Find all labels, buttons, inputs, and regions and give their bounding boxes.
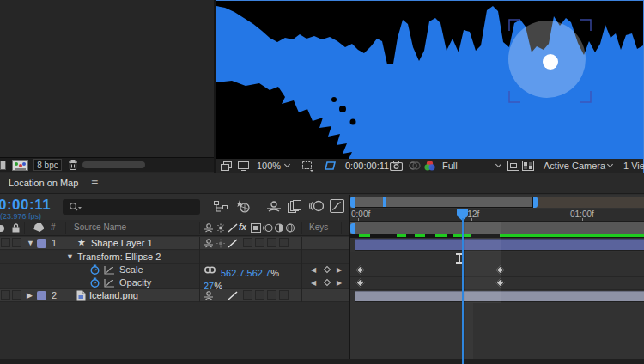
property-label[interactable]: Opacity (119, 277, 151, 288)
shy-layers-icon[interactable] (266, 201, 282, 212)
next-keyframe-button[interactable]: ▶ (337, 264, 342, 276)
view-layout-value[interactable]: 1 Vie (623, 161, 644, 171)
collapse-transform-switch-icon[interactable] (216, 239, 226, 248)
previous-keyframe-button[interactable]: ◀ (311, 264, 316, 276)
layer-label-swatch[interactable] (37, 239, 46, 248)
interpret-footage-icon[interactable] (12, 160, 28, 171)
magnification-chevron-icon[interactable] (284, 161, 290, 167)
constrain-proportions-icon[interactable] (204, 266, 216, 274)
lock-switch-cell[interactable] (12, 290, 21, 300)
show-snapshot-icon[interactable] (409, 161, 421, 171)
timeline-tab[interactable]: Location on Map (9, 178, 78, 188)
shy-switch-icon[interactable] (204, 239, 214, 248)
panel-menu-icon[interactable]: ≡ (91, 176, 98, 190)
quality-switch-icon[interactable] (228, 291, 238, 300)
quality-column-icon[interactable] (228, 223, 238, 233)
project-panel-toolbar: 8 bpc (0, 157, 214, 172)
mask-shape-visibility-icon[interactable] (323, 161, 337, 171)
layer-label-swatch[interactable] (37, 291, 46, 300)
frame-blend-switch-cell[interactable] (255, 290, 264, 300)
add-keyframe-button[interactable] (324, 266, 331, 273)
composition-mini-flowchart-icon[interactable] (214, 201, 228, 213)
3d-switch-cell[interactable] (279, 290, 289, 300)
motion-blur-switch-cell[interactable] (267, 238, 276, 247)
property-group-row-transform[interactable]: ▼ Transform: Ellipse 2 (0, 251, 349, 264)
composition-canvas[interactable] (216, 1, 643, 159)
graph-toggle-icon[interactable] (104, 278, 115, 288)
trash-icon[interactable] (68, 160, 78, 171)
frame-blending-icon[interactable] (288, 200, 301, 213)
transparency-grid-icon[interactable] (522, 161, 534, 171)
navigator-end-handle[interactable] (533, 197, 538, 208)
navigator-start-handle[interactable] (350, 197, 355, 208)
layer-name[interactable]: Shape Layer 1 (91, 238, 153, 248)
shy-switch-icon[interactable] (204, 291, 214, 300)
viewer-timecode[interactable]: 0:00:00:11 (345, 161, 389, 171)
region-of-interest-icon[interactable] (507, 161, 519, 171)
disclosure-triangle[interactable]: ▶ (27, 291, 33, 300)
playhead-line[interactable] (462, 218, 464, 364)
property-group-label[interactable]: Transform: Ellipse 2 (77, 252, 161, 262)
number-column-header[interactable]: # (51, 222, 56, 232)
time-ruler[interactable]: 0:00f 0:12f 01:00f (350, 209, 644, 222)
disclosure-triangle[interactable]: ▼ (66, 252, 74, 261)
motion-blur-switch-cell[interactable] (267, 290, 276, 300)
stopwatch-icon[interactable] (89, 277, 100, 288)
channel-mode-value[interactable]: Full (442, 161, 458, 171)
3d-layer-column-icon[interactable] (285, 223, 295, 233)
magnification-value[interactable]: 100% (257, 161, 281, 171)
channel-chevron-icon[interactable] (495, 161, 501, 167)
fx-switch-cell[interactable] (243, 290, 252, 300)
draft-3d-icon[interactable] (235, 199, 251, 214)
camera-view-value[interactable]: Active Camera (544, 161, 605, 171)
snapshot-camera-icon[interactable] (390, 161, 403, 171)
source-name-column-header[interactable]: Source Name (74, 222, 126, 232)
location-dot[interactable] (543, 54, 558, 70)
graph-toggle-icon[interactable] (104, 265, 115, 275)
graph-editor-icon[interactable] (330, 199, 344, 213)
navigator-bar[interactable] (355, 197, 533, 208)
frame-blend-column-icon[interactable] (251, 223, 261, 233)
layer-name[interactable]: Iceland.png (89, 290, 138, 300)
add-keyframe-button[interactable] (324, 279, 331, 286)
camera-view-chevron-icon[interactable] (607, 161, 613, 167)
timeline-bottom-scrollbar[interactable] (0, 359, 644, 364)
previous-keyframe-button[interactable]: ◀ (311, 276, 316, 289)
time-navigator[interactable] (350, 197, 644, 208)
keyframe-diamond[interactable] (356, 279, 365, 288)
layer-row-iceland-png[interactable]: ▶ 2 Iceland.png (0, 289, 349, 302)
shy-column-icon[interactable] (204, 223, 214, 233)
frame-blend-switch-cell[interactable] (255, 238, 264, 247)
monitor-icon[interactable] (238, 161, 249, 171)
stopwatch-icon[interactable] (89, 264, 100, 276)
keyframe-diamond[interactable] (356, 266, 365, 275)
panel-edge-icon[interactable] (0, 161, 6, 170)
adjustment-layer-column-icon[interactable] (274, 223, 284, 233)
motion-blur-column-icon[interactable] (263, 223, 273, 233)
property-row-scale[interactable]: Scale 562.7,562.7% ◀ ▶ (0, 264, 349, 276)
grid-guides-options-icon[interactable] (301, 161, 314, 172)
video-switch-cell[interactable] (1, 290, 10, 300)
project-panel-scrollbar[interactable] (82, 161, 145, 168)
next-keyframe-button[interactable]: ▶ (337, 276, 342, 289)
property-label[interactable]: Scale (119, 264, 143, 275)
quality-switch-icon[interactable] (228, 239, 238, 248)
current-time-indicator[interactable] (457, 209, 469, 364)
fx-switch-cell[interactable] (243, 238, 252, 247)
lock-switch-cell[interactable] (12, 238, 21, 247)
search-input[interactable] (63, 199, 200, 215)
collapse-transform-column-icon[interactable] (216, 223, 226, 233)
keys-column-header[interactable]: Keys (309, 222, 328, 232)
current-time-display[interactable]: 0:00:11 (0, 197, 51, 214)
layer-row-shape-layer-1[interactable]: ▼ 1 ★ Shape Layer 1 (0, 237, 349, 250)
effects-column-icon[interactable]: fx (239, 222, 246, 232)
bit-depth-button[interactable]: 8 bpc (33, 159, 62, 171)
motion-blur-icon[interactable] (309, 200, 324, 212)
disclosure-triangle[interactable]: ▼ (27, 239, 34, 247)
property-row-opacity[interactable]: Opacity 27% ◀ ▶ (0, 276, 349, 289)
3d-switch-cell[interactable] (279, 238, 289, 247)
video-switch-cell[interactable] (1, 238, 10, 247)
always-preview-icon[interactable] (221, 161, 232, 171)
show-channel-icon[interactable] (423, 160, 436, 172)
work-area-start-handle[interactable] (350, 223, 355, 234)
